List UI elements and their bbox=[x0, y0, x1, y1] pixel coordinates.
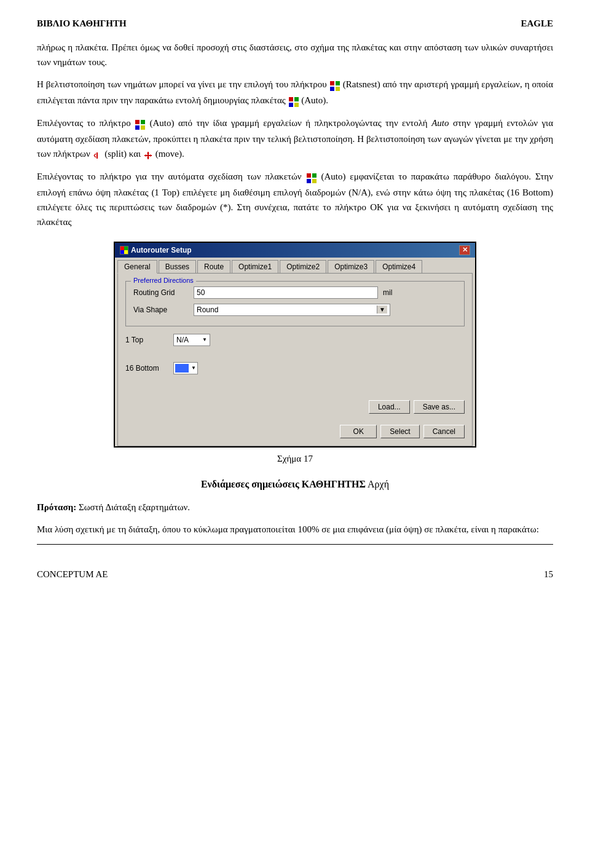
dialog-titlebar: Autorouter Setup ✕ bbox=[115, 243, 475, 258]
routing-grid-input[interactable] bbox=[194, 286, 378, 299]
dialog-body: Preferred Directions Routing Grid mil Vi… bbox=[117, 273, 473, 446]
p3-move: (move). bbox=[155, 149, 184, 159]
layer1-value: N/A bbox=[176, 336, 189, 344]
svg-rect-2 bbox=[330, 87, 334, 91]
svg-rect-21 bbox=[307, 173, 311, 178]
ratsnest-icon bbox=[330, 78, 340, 93]
dialog-title-area: Autorouter Setup bbox=[120, 246, 192, 254]
auto-icon-inline bbox=[289, 93, 299, 108]
section-heading-normal: Αρχή bbox=[366, 479, 389, 489]
layer16-arrow: ▼ bbox=[191, 365, 196, 371]
proposal-label: Πρόταση: bbox=[37, 502, 76, 512]
p3-cmd: Auto bbox=[431, 118, 449, 128]
layer16-row: 16 Bottom ▼ bbox=[125, 362, 465, 374]
paragraph-4: Επιλέγοντας το πλήκτρο για την αυτόματα … bbox=[37, 169, 553, 229]
page-header: ΒΙΒΛΙΟ ΚΑΘΗΓΗΤΗ EAGLE bbox=[37, 18, 553, 29]
svg-rect-8 bbox=[135, 120, 140, 124]
via-shape-select[interactable]: Round ▼ bbox=[194, 304, 390, 316]
preferred-directions-box: Preferred Directions Routing Grid mil Vi… bbox=[125, 281, 465, 326]
p3-auto: (Auto) bbox=[150, 118, 175, 128]
svg-rect-23 bbox=[307, 179, 311, 183]
load-button[interactable]: Load... bbox=[369, 400, 410, 414]
routing-grid-unit: mil bbox=[383, 288, 392, 297]
svg-rect-4 bbox=[289, 97, 293, 101]
p3-and: και bbox=[129, 149, 141, 159]
layer1-combo[interactable]: N/A ▼ bbox=[173, 334, 210, 346]
paragraph-3: Επιλέγοντας το πλήκτρο (Auto) από την ίδ… bbox=[37, 116, 553, 162]
select-button[interactable]: Select bbox=[380, 425, 419, 438]
tab-optimize3[interactable]: Optimize3 bbox=[328, 260, 374, 273]
svg-line-14 bbox=[94, 156, 96, 157]
routing-grid-row: Routing Grid mil bbox=[133, 286, 457, 299]
footer-left: CONCEPTUM AE bbox=[37, 569, 108, 580]
autorouter-dialog: Autorouter Setup ✕ General Busses Route … bbox=[114, 242, 476, 448]
layer1-label: 1 Top bbox=[125, 336, 168, 344]
p2-pre: Η βελτιστοποίηση των νημάτων μπορεί να γ… bbox=[37, 79, 327, 89]
save-button[interactable]: Save as... bbox=[414, 400, 465, 414]
layer1-row: 1 Top N/A ▼ bbox=[125, 334, 465, 346]
auto-icon-3 bbox=[307, 170, 317, 185]
preferred-directions-label: Preferred Directions bbox=[131, 277, 196, 284]
p2-ratsnest: (Ratsnest) bbox=[343, 79, 380, 89]
via-shape-row: Via Shape Round ▼ bbox=[133, 304, 457, 316]
dialog-bottom-buttons: OK Select Cancel bbox=[125, 420, 465, 438]
paragraph-2: Η βελτιστοποίηση των νημάτων μπορεί να γ… bbox=[37, 77, 553, 108]
dialog-tabs: General Busses Route Optimize1 Optimize2… bbox=[115, 258, 475, 273]
tab-optimize4[interactable]: Optimize4 bbox=[376, 260, 422, 273]
footer-line bbox=[37, 544, 553, 545]
tab-route[interactable]: Route bbox=[197, 260, 230, 273]
page-footer: CONCEPTUM AE 15 bbox=[37, 563, 553, 580]
layer1-arrow: ▼ bbox=[202, 337, 207, 342]
split-icon bbox=[93, 147, 101, 162]
svg-marker-17 bbox=[147, 152, 149, 154]
cancel-button[interactable]: Cancel bbox=[423, 425, 465, 438]
footer-right: 15 bbox=[544, 569, 553, 580]
via-shape-label: Via Shape bbox=[133, 306, 189, 314]
tab-optimize1[interactable]: Optimize1 bbox=[232, 260, 278, 273]
p4-auto: (Auto) bbox=[321, 172, 345, 181]
header-left: ΒΙΒΛΙΟ ΚΑΘΗΓΗΤΗ bbox=[37, 18, 127, 29]
svg-rect-5 bbox=[294, 97, 299, 101]
paragraph-1: πλήρως η πλακέτα. Πρέπει όμως να δοθεί π… bbox=[37, 40, 553, 69]
tab-busses[interactable]: Busses bbox=[159, 260, 196, 273]
layer16-color-swatch bbox=[175, 364, 189, 373]
p3-mid: από την ίδια γραμμή εργαλείων ή πληκτρολ… bbox=[178, 118, 428, 128]
svg-rect-7 bbox=[294, 103, 299, 107]
svg-marker-20 bbox=[150, 154, 152, 157]
layer16-label: 16 Bottom bbox=[125, 364, 168, 373]
section-heading: Ενδιάμεσες σημειώσεις ΚΑΘΗΓΗΤΗΣ Αρχή bbox=[37, 479, 553, 490]
via-shape-arrow[interactable]: ▼ bbox=[377, 306, 387, 314]
svg-rect-0 bbox=[330, 81, 334, 85]
figure-caption: Σχήμα 17 bbox=[277, 454, 313, 464]
p3-pre: Επιλέγοντας το πλήκτρο bbox=[37, 118, 131, 128]
svg-rect-10 bbox=[135, 125, 140, 130]
dialog-action-row: Load... Save as... bbox=[125, 400, 465, 414]
header-right: EAGLE bbox=[521, 18, 553, 29]
svg-rect-6 bbox=[289, 103, 293, 107]
layer16-color-combo[interactable]: ▼ bbox=[173, 362, 198, 374]
svg-rect-24 bbox=[312, 179, 317, 183]
tab-general[interactable]: General bbox=[117, 260, 157, 274]
svg-rect-9 bbox=[141, 120, 145, 124]
ok-button[interactable]: OK bbox=[340, 425, 377, 438]
svg-marker-19 bbox=[144, 154, 146, 157]
dialog-close-button[interactable]: ✕ bbox=[459, 245, 470, 255]
p2-auto: (Auto). bbox=[301, 95, 328, 105]
notes-text: Μια λύση σχετική με τη διάταξη, όπου το … bbox=[37, 522, 553, 537]
tab-optimize2[interactable]: Optimize2 bbox=[280, 260, 326, 273]
dialog-title-text: Autorouter Setup bbox=[131, 246, 192, 254]
section-heading-bold: Ενδιάμεσες σημειώσεις ΚΑΘΗΓΗΤΗΣ bbox=[201, 479, 366, 489]
svg-rect-1 bbox=[336, 81, 340, 85]
svg-rect-3 bbox=[336, 87, 340, 91]
proposal-text: Σωστή Διάταξη εξαρτημάτων. bbox=[79, 502, 190, 512]
notes-proposal: Πρόταση: Σωστή Διάταξη εξαρτημάτων. bbox=[37, 500, 553, 515]
move-icon bbox=[144, 147, 152, 162]
figure-container: Autorouter Setup ✕ General Busses Route … bbox=[37, 242, 553, 464]
p3-split: (split) bbox=[104, 149, 127, 159]
dialog-title-icon bbox=[120, 246, 128, 254]
svg-rect-22 bbox=[312, 173, 317, 178]
svg-marker-18 bbox=[147, 157, 149, 159]
via-shape-value: Round bbox=[197, 306, 218, 314]
svg-rect-11 bbox=[141, 125, 145, 130]
p4-pre: Επιλέγοντας το πλήκτρο για την αυτόματα … bbox=[37, 172, 302, 181]
